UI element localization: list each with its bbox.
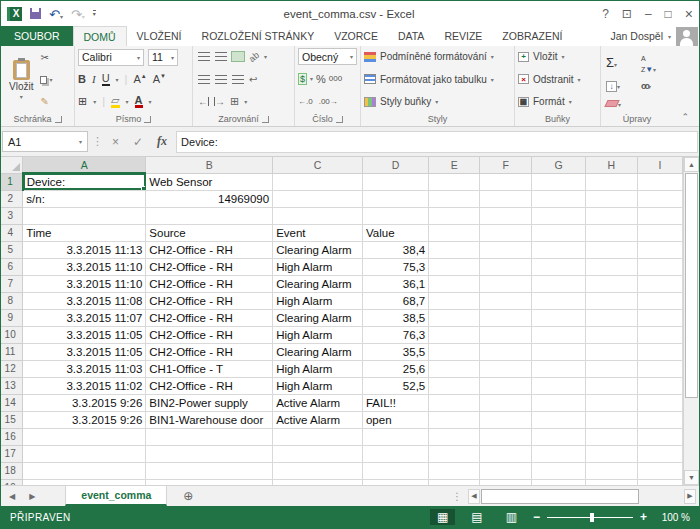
cell-A12[interactable]: 3.3.2015 11:03: [23, 360, 146, 377]
cell-A18[interactable]: [23, 462, 146, 479]
cell-H14[interactable]: [585, 394, 637, 411]
paste-button[interactable]: Vložit ▾: [4, 48, 38, 112]
cell-I12[interactable]: [637, 360, 682, 377]
cell-G10[interactable]: [532, 326, 586, 343]
merge-center-icon[interactable]: ⊞: [230, 95, 239, 108]
vertical-scroll-thumb[interactable]: [685, 173, 698, 398]
cell-G8[interactable]: [532, 292, 586, 309]
redo-button[interactable]: ↷▾: [71, 5, 85, 23]
cell-G7[interactable]: [532, 275, 586, 292]
tab-view[interactable]: ZOBRAZENÍ: [492, 26, 572, 46]
increase-indent-icon[interactable]: →: [214, 96, 225, 107]
cell-I6[interactable]: [637, 258, 682, 275]
row-header-5[interactable]: 5: [1, 241, 23, 258]
cell-I16[interactable]: [637, 428, 682, 445]
tab-formulas[interactable]: VZORCE: [324, 26, 388, 46]
cell-I2[interactable]: [637, 190, 682, 207]
cell-styles-button[interactable]: Styly buňky▾: [364, 93, 511, 110]
font-dialog-launcher[interactable]: [144, 116, 151, 123]
scroll-left-icon[interactable]: ◀: [468, 489, 480, 504]
cell-D18[interactable]: [362, 462, 428, 479]
cell-H8[interactable]: [585, 292, 637, 309]
zoom-in-icon[interactable]: +: [640, 510, 647, 524]
format-painter-icon[interactable]: ✎: [38, 94, 54, 109]
cell-F15[interactable]: [480, 411, 532, 428]
cell-G5[interactable]: [532, 241, 586, 258]
avatar[interactable]: [676, 27, 698, 46]
row-header-12[interactable]: 12: [1, 360, 23, 377]
cell-A15[interactable]: 3.3.2015 9:26: [23, 411, 146, 428]
cell-D6[interactable]: 75,3: [362, 258, 428, 275]
maximize-icon[interactable]: □: [665, 7, 672, 21]
decrease-decimal-icon[interactable]: .00→: [319, 97, 338, 106]
delete-cells-button[interactable]: × Odstranit▾: [518, 71, 597, 88]
underline-button[interactable]: U: [102, 72, 110, 86]
select-all-button[interactable]: [1, 157, 23, 173]
cell-I1[interactable]: [637, 173, 682, 190]
cell-H2[interactable]: [585, 190, 637, 207]
cell-I14[interactable]: [637, 394, 682, 411]
cell-A11[interactable]: 3.3.2015 11:05: [23, 343, 146, 360]
ribbon-display-icon[interactable]: ⊡: [622, 7, 632, 21]
cell-E8[interactable]: [429, 292, 480, 309]
cell-H5[interactable]: [585, 241, 637, 258]
cell-F5[interactable]: [480, 241, 532, 258]
cell-E7[interactable]: [429, 275, 480, 292]
cell-A7[interactable]: 3.3.2015 11:10: [23, 275, 146, 292]
cell-E10[interactable]: [429, 326, 480, 343]
cell-G13[interactable]: [532, 377, 586, 394]
cell-I9[interactable]: [637, 309, 682, 326]
cell-I18[interactable]: [637, 462, 682, 479]
cell-B7[interactable]: CH2-Office - RH: [146, 275, 273, 292]
horizontal-scroll-thumb[interactable]: [481, 489, 639, 504]
column-header-E[interactable]: E: [429, 157, 480, 173]
cell-B9[interactable]: CH2-Office - RH: [146, 309, 273, 326]
column-header-G[interactable]: G: [532, 157, 586, 173]
cell-I5[interactable]: [637, 241, 682, 258]
cell-G9[interactable]: [532, 309, 586, 326]
cell-D1[interactable]: [362, 173, 428, 190]
page-layout-view-icon[interactable]: ▤: [464, 509, 489, 525]
cell-C14[interactable]: Active Alarm: [273, 394, 363, 411]
tab-data[interactable]: DATA: [388, 26, 434, 46]
cell-E11[interactable]: [429, 343, 480, 360]
cell-H4[interactable]: [585, 224, 637, 241]
cell-G11[interactable]: [532, 343, 586, 360]
align-left-icon[interactable]: [198, 75, 210, 84]
cell-E9[interactable]: [429, 309, 480, 326]
cell-F17[interactable]: [480, 445, 532, 462]
row-header-1[interactable]: 1: [1, 173, 23, 190]
name-box[interactable]: A1▾: [2, 131, 88, 152]
cell-H7[interactable]: [585, 275, 637, 292]
cell-H17[interactable]: [585, 445, 637, 462]
number-format-select[interactable]: Obecný▾: [298, 48, 357, 65]
cell-A10[interactable]: 3.3.2015 11:05: [23, 326, 146, 343]
fill-button[interactable]: ↓▾: [606, 80, 633, 92]
tab-review[interactable]: REVIZE: [434, 26, 492, 46]
cell-G6[interactable]: [532, 258, 586, 275]
cell-G17[interactable]: [532, 445, 586, 462]
cell-D7[interactable]: 36,1: [362, 275, 428, 292]
cell-D12[interactable]: 25,6: [362, 360, 428, 377]
cell-D16[interactable]: [362, 428, 428, 445]
cell-I11[interactable]: [637, 343, 682, 360]
clipboard-dialog-launcher[interactable]: [55, 116, 62, 123]
column-header-H[interactable]: H: [585, 157, 637, 173]
cell-C3[interactable]: [273, 207, 363, 224]
sheet-tab-event-comma[interactable]: event_comma: [65, 486, 167, 506]
cell-B8[interactable]: CH2-Office - RH: [146, 292, 273, 309]
minimize-icon[interactable]: –: [645, 7, 652, 21]
cell-A14[interactable]: 3.3.2015 9:26: [23, 394, 146, 411]
column-header-D[interactable]: D: [362, 157, 428, 173]
vertical-scrollbar[interactable]: ▲ ▼: [683, 157, 699, 485]
row-header-8[interactable]: 8: [1, 292, 23, 309]
row-header-6[interactable]: 6: [1, 258, 23, 275]
save-icon[interactable]: [30, 8, 41, 19]
column-header-B[interactable]: B: [146, 157, 273, 173]
scroll-down-icon[interactable]: ▼: [684, 470, 699, 485]
orientation-icon[interactable]: ab: [247, 49, 261, 63]
cell-G14[interactable]: [532, 394, 586, 411]
cell-A4[interactable]: Time: [23, 224, 146, 241]
cell-E6[interactable]: [429, 258, 480, 275]
increase-decimal-icon[interactable]: ←.0: [298, 97, 313, 106]
